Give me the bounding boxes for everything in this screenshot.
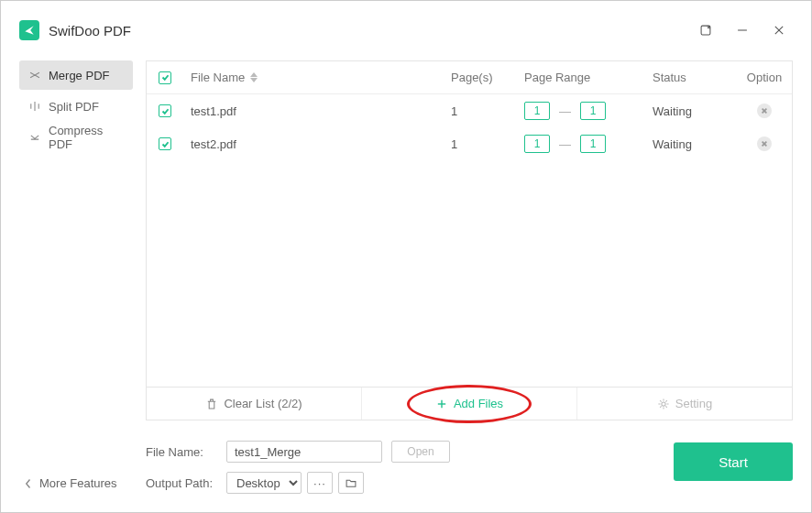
range-from-input[interactable]: 1 — [524, 102, 550, 120]
row-status: Waiting — [645, 104, 737, 118]
svg-marker-4 — [250, 72, 258, 77]
sidebar-item-label: Split PDF — [49, 100, 99, 114]
remove-row-button[interactable] — [757, 136, 772, 151]
trash-icon — [205, 398, 218, 410]
app-logo — [19, 20, 39, 40]
merge-icon — [28, 69, 41, 82]
output-path-select[interactable]: Desktop — [226, 472, 302, 494]
window-extra-icon[interactable] — [692, 17, 719, 43]
col-range: Page Range — [517, 71, 645, 84]
col-status: Status — [645, 71, 737, 84]
file-table: File Name Page(s) Page Range Status Opti… — [146, 60, 793, 387]
col-option: Option — [737, 71, 792, 84]
minimize-button[interactable] — [729, 17, 756, 43]
more-features-label: More Features — [39, 476, 117, 490]
sidebar: Merge PDF Split PDF Compress PDF More Fe… — [19, 60, 133, 494]
row-status: Waiting — [645, 137, 737, 151]
svg-marker-5 — [250, 78, 258, 82]
clear-list-label: Clear List (2/2) — [224, 397, 302, 410]
row-filename: test1.pdf — [183, 104, 444, 118]
sidebar-item-label: Merge PDF — [49, 69, 109, 82]
open-folder-button[interactable] — [338, 472, 364, 494]
folder-icon — [345, 476, 357, 489]
filename-label: File Name: — [146, 445, 217, 459]
svg-point-12 — [662, 401, 665, 405]
select-all-checkbox[interactable] — [159, 71, 171, 84]
open-button[interactable]: Open — [391, 441, 450, 463]
sidebar-item-label: Compress PDF — [49, 124, 124, 151]
table-body: test1.pdf 1 1 — 1 Waiting — [147, 94, 792, 387]
close-button[interactable] — [765, 17, 793, 43]
row-pages: 1 — [444, 137, 517, 151]
plus-icon — [435, 398, 448, 410]
titlebar: SwifDoo PDF — [19, 15, 793, 46]
footer: File Name: Open Start Output Path: Deskt… — [146, 433, 793, 494]
more-path-button[interactable]: ··· — [307, 472, 333, 494]
main-panel: File Name Page(s) Page Range Status Opti… — [146, 60, 793, 494]
chevron-left-icon — [25, 478, 32, 489]
remove-row-button[interactable] — [757, 104, 772, 118]
sidebar-item-compress[interactable]: Compress PDF — [19, 123, 133, 152]
add-files-label: Add Files — [454, 397, 503, 410]
row-pages: 1 — [444, 104, 517, 118]
app-window: SwifDoo PDF Merge PDF Split PDF — [0, 0, 812, 513]
filename-input[interactable] — [226, 441, 382, 463]
clear-list-button[interactable]: Clear List (2/2) — [147, 387, 361, 420]
range-separator: — — [555, 104, 575, 118]
range-from-input[interactable]: 1 — [524, 135, 550, 153]
sidebar-item-merge[interactable]: Merge PDF — [19, 60, 133, 90]
range-to-input[interactable]: 1 — [580, 102, 606, 120]
col-pages: Page(s) — [444, 71, 517, 84]
range-to-input[interactable]: 1 — [580, 135, 606, 153]
row-checkbox[interactable] — [159, 104, 171, 117]
output-path-label: Output Path: — [146, 476, 217, 490]
col-filename[interactable]: File Name — [183, 71, 444, 84]
app-title: SwifDoo PDF — [49, 23, 131, 38]
compress-icon — [28, 131, 41, 144]
gear-icon — [657, 398, 670, 410]
add-files-button[interactable]: Add Files — [361, 387, 576, 420]
sidebar-item-split[interactable]: Split PDF — [19, 92, 133, 121]
row-checkbox[interactable] — [159, 137, 171, 150]
sort-icon — [250, 72, 258, 82]
action-bar: Clear List (2/2) Add Files Setting — [146, 387, 793, 420]
table-row: test1.pdf 1 1 — 1 Waiting — [147, 94, 792, 127]
setting-label: Setting — [675, 397, 712, 410]
start-button[interactable]: Start — [674, 442, 793, 481]
range-separator: — — [555, 137, 575, 151]
table-row: test2.pdf 1 1 — 1 Waiting — [147, 127, 792, 160]
row-filename: test2.pdf — [183, 137, 444, 151]
col-filename-label: File Name — [191, 71, 245, 84]
setting-button[interactable]: Setting — [576, 387, 792, 420]
more-features-button[interactable]: More Features — [19, 473, 123, 494]
table-header: File Name Page(s) Page Range Status Opti… — [147, 61, 792, 94]
split-icon — [28, 100, 41, 113]
